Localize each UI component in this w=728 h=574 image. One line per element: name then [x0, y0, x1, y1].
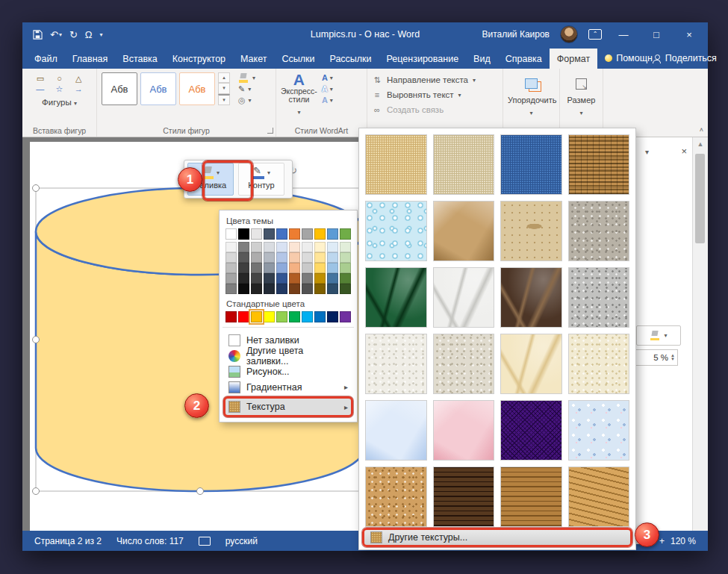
customize-qat-icon[interactable]: ▾: [100, 31, 103, 38]
scrollbar-thumb[interactable]: [695, 154, 705, 243]
theme-variant-swatch[interactable]: [289, 273, 300, 284]
theme-variant-swatch[interactable]: [340, 242, 351, 252]
shape-style-preset-1[interactable]: Абв: [102, 72, 137, 105]
avatar[interactable]: [560, 25, 578, 43]
theme-variant-swatch[interactable]: [251, 284, 262, 294]
theme-color-swatch[interactable]: [238, 228, 249, 240]
gallery-more-icon[interactable]: ▾: [218, 94, 230, 105]
texture-canvas[interactable]: [433, 134, 495, 195]
selection-handle[interactable]: [33, 185, 40, 192]
ribbon-group-arrange[interactable]: Упорядочить ▾: [503, 69, 560, 137]
line-shape-icon[interactable]: —: [33, 84, 48, 94]
triangle-shape-icon[interactable]: △: [71, 74, 86, 84]
theme-variant-swatch[interactable]: [251, 273, 262, 284]
texture-sand[interactable]: [568, 201, 630, 261]
spinner-icon[interactable]: ▲▼: [671, 354, 675, 361]
undo-button[interactable]: ↶▾: [50, 29, 62, 40]
theme-variant-swatch[interactable]: [225, 284, 237, 294]
texture-brown-marble[interactable]: [500, 267, 562, 328]
word-count[interactable]: Число слов: 117: [116, 536, 184, 546]
texture-medium-wood[interactable]: [568, 467, 630, 527]
create-link-button[interactable]: ∞Создать связь: [372, 102, 498, 117]
texture-purple-mesh[interactable]: [500, 400, 562, 461]
theme-color-swatch[interactable]: [327, 228, 338, 240]
texture-newsprint[interactable]: [365, 334, 427, 394]
theme-variant-swatch[interactable]: [289, 284, 300, 294]
theme-color-swatch[interactable]: [251, 228, 262, 240]
tab-Файл[interactable]: Файл: [27, 49, 65, 69]
theme-variant-swatch[interactable]: [264, 252, 275, 263]
quick-styles-button[interactable]: А Экспресс- стили ▾: [281, 72, 317, 117]
maximize-button[interactable]: □: [645, 29, 668, 40]
tab-Вставка[interactable]: Вставка: [115, 49, 164, 69]
more-textures-item[interactable]: Другие текстуры...: [362, 528, 632, 547]
share-button[interactable]: Поделиться: [653, 53, 727, 69]
tab-Вид[interactable]: Вид: [466, 49, 498, 69]
standard-color-swatch[interactable]: [276, 311, 287, 322]
proofing-icon[interactable]: [199, 537, 211, 546]
theme-variant-swatch[interactable]: [264, 273, 275, 284]
standard-color-swatch[interactable]: [289, 311, 300, 322]
theme-variant-swatch[interactable]: [327, 273, 338, 284]
theme-variant-swatch[interactable]: [225, 242, 237, 252]
theme-variant-swatch[interactable]: [340, 273, 351, 284]
redo-button[interactable]: ↻: [69, 29, 78, 40]
rect-shape-icon[interactable]: ▭: [33, 74, 48, 84]
texture-water-droplets[interactable]: [365, 201, 427, 261]
ribbon-display-options-icon[interactable]: ⌃: [588, 29, 602, 40]
theme-color-swatch[interactable]: [289, 228, 300, 240]
text-effects-button[interactable]: А▾: [322, 95, 333, 105]
theme-variant-swatch[interactable]: [276, 284, 287, 294]
texture-fish-fossil[interactable]: [500, 201, 562, 261]
theme-variant-swatch[interactable]: [302, 263, 313, 273]
texture-walnut[interactable]: [433, 467, 495, 527]
minimize-button[interactable]: —: [612, 29, 635, 40]
texture-stationery[interactable]: [568, 334, 630, 394]
shape-effects-ribbon-button[interactable]: ◎▾: [236, 95, 258, 105]
theme-variant-swatch[interactable]: [276, 252, 287, 263]
theme-variant-swatch[interactable]: [238, 252, 249, 263]
save-icon[interactable]: [33, 30, 43, 40]
texture-denim[interactable]: [500, 134, 562, 195]
zoom-level[interactable]: 120 %: [671, 536, 696, 546]
text-direction-button[interactable]: ⇅Направление текста▾: [372, 72, 498, 87]
menu-item-color-wheel[interactable]: Другие цвета заливки...: [225, 348, 351, 364]
pane-chevron-icon[interactable]: ▾: [645, 148, 649, 156]
texture-white-marble[interactable]: [433, 267, 495, 328]
theme-variant-swatch[interactable]: [238, 273, 249, 284]
star-shape-icon[interactable]: ☆: [52, 84, 67, 94]
tab-Формат[interactable]: Формат: [550, 49, 597, 69]
theme-variant-swatch[interactable]: [314, 263, 326, 273]
shapes-button[interactable]: Фигуры ▾: [27, 98, 92, 107]
theme-variant-swatch[interactable]: [302, 242, 313, 252]
theme-variant-swatch[interactable]: [327, 252, 338, 263]
theme-variant-swatch[interactable]: [314, 242, 326, 252]
theme-variant-swatch[interactable]: [327, 284, 338, 294]
theme-variant-swatch[interactable]: [327, 242, 338, 252]
theme-variant-swatch[interactable]: [251, 252, 262, 263]
theme-variant-swatch[interactable]: [276, 242, 287, 252]
standard-color-swatch[interactable]: [238, 311, 249, 322]
theme-variant-swatch[interactable]: [314, 273, 326, 284]
texture-recycled-paper[interactable]: [433, 334, 495, 394]
shapes-gallery[interactable]: ▭○△ —☆→: [27, 72, 92, 96]
texture-granite[interactable]: [568, 267, 630, 328]
texture-bouquet[interactable]: [568, 400, 630, 461]
selection-handle[interactable]: [33, 337, 40, 343]
theme-variant-swatch[interactable]: [314, 252, 326, 263]
close-button[interactable]: ×: [678, 29, 700, 40]
theme-variant-swatch[interactable]: [314, 284, 326, 294]
dialog-launcher-icon[interactable]: [267, 128, 273, 134]
theme-variant-swatch[interactable]: [276, 263, 287, 273]
ribbon-group-size[interactable]: Размер ▾: [560, 69, 603, 137]
standard-color-swatch[interactable]: [225, 311, 237, 322]
tab-Главная[interactable]: Главная: [65, 49, 116, 69]
align-text-button[interactable]: ≡Выровнять текст▾: [372, 87, 498, 102]
standard-color-swatch[interactable]: [314, 311, 326, 322]
theme-variant-swatch[interactable]: [289, 242, 300, 252]
theme-variant-swatch[interactable]: [264, 263, 275, 273]
zoom-in-button[interactable]: +: [659, 536, 665, 546]
ellipse-shape-icon[interactable]: ○: [52, 74, 67, 84]
theme-color-swatch[interactable]: [276, 228, 287, 240]
texture-green-marble[interactable]: [365, 267, 427, 328]
